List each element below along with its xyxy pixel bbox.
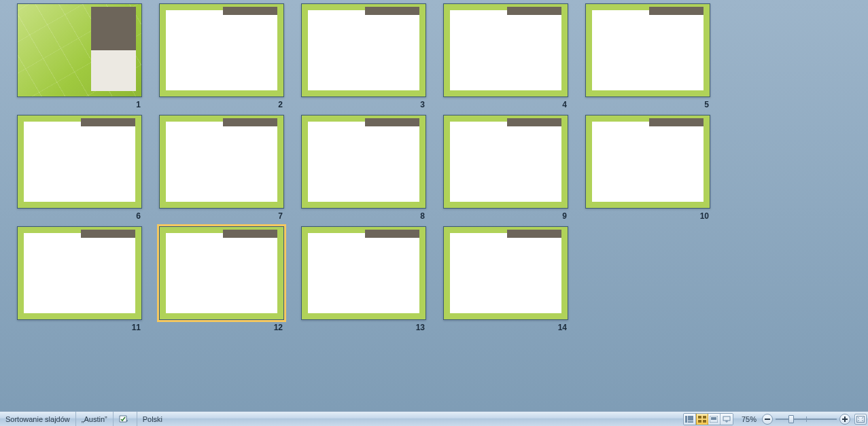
view-normal-button[interactable] bbox=[684, 414, 696, 425]
view-switcher bbox=[683, 413, 733, 425]
slide-cell: 3 bbox=[301, 3, 442, 109]
slide-number-label: 10 bbox=[602, 209, 727, 221]
svg-rect-0 bbox=[685, 416, 687, 423]
slide-title-placeholder bbox=[507, 230, 561, 238]
slide-title-placeholder bbox=[223, 230, 277, 238]
slide-title-placeholder bbox=[365, 7, 419, 15]
svg-rect-1 bbox=[688, 416, 693, 421]
zoom-slider-center-tick bbox=[806, 416, 807, 422]
slide-content-area bbox=[592, 122, 704, 202]
zoom-fit-button[interactable] bbox=[854, 414, 867, 425]
status-view-mode[interactable]: Sortowanie slajdów bbox=[0, 412, 76, 426]
slide-title-placeholder bbox=[365, 118, 419, 126]
title-slide-dark-panel bbox=[91, 7, 136, 50]
slide-cell: 12 bbox=[159, 226, 300, 332]
zoom-in-button[interactable] bbox=[839, 414, 850, 425]
zoom-percentage-label[interactable]: 75% bbox=[737, 415, 761, 423]
slide-cell: 13 bbox=[301, 226, 442, 332]
slide-number-label: 6 bbox=[33, 209, 158, 221]
slide-cell: 2 bbox=[159, 3, 300, 109]
slide-content-area bbox=[24, 122, 135, 202]
zoom-out-button[interactable] bbox=[762, 414, 773, 425]
slide-thumbnail[interactable] bbox=[159, 3, 284, 97]
slide-title-placeholder bbox=[649, 118, 704, 126]
slide-cell: 14 bbox=[443, 226, 585, 332]
slide-cell: 10 bbox=[585, 115, 727, 221]
slide-content-area bbox=[450, 10, 561, 90]
svg-rect-2 bbox=[688, 421, 693, 423]
status-language[interactable]: Polski bbox=[137, 412, 168, 426]
slide-thumbnail[interactable] bbox=[443, 226, 568, 320]
slide-cell: 7 bbox=[159, 115, 300, 221]
slide-thumbnail[interactable] bbox=[17, 226, 142, 320]
slide-number-label: 9 bbox=[459, 209, 585, 221]
status-theme-label: „Austin” bbox=[82, 415, 107, 423]
status-view-mode-label: Sortowanie slajdów bbox=[5, 415, 70, 423]
view-sorter-icon bbox=[698, 416, 706, 423]
slide-thumbnail[interactable] bbox=[159, 226, 284, 320]
slide-thumbnail[interactable] bbox=[585, 3, 710, 97]
svg-rect-3 bbox=[698, 416, 701, 419]
slide-number-label: 3 bbox=[317, 97, 442, 109]
slide-cell: 8 bbox=[301, 115, 442, 221]
slide-thumbnail[interactable] bbox=[443, 115, 568, 209]
view-reading-icon bbox=[710, 416, 718, 423]
title-slide-light-panel bbox=[91, 50, 136, 91]
svg-rect-6 bbox=[703, 420, 706, 423]
view-slide-sorter-button[interactable] bbox=[696, 413, 708, 425]
svg-rect-10 bbox=[765, 419, 770, 420]
plus-icon bbox=[842, 416, 848, 422]
slide-title-placeholder bbox=[507, 118, 561, 126]
status-language-label: Polski bbox=[143, 415, 162, 423]
zoom-slider-handle[interactable] bbox=[788, 415, 794, 423]
slide-content-area bbox=[450, 233, 561, 313]
slide-number-label: 1 bbox=[33, 97, 158, 109]
slide-thumbnail[interactable] bbox=[585, 115, 710, 209]
slide-thumbnail[interactable] bbox=[17, 3, 142, 97]
slide-thumbnail[interactable] bbox=[301, 3, 426, 97]
slide-content-area bbox=[308, 10, 419, 90]
slide-thumbnail[interactable] bbox=[17, 115, 142, 209]
zoom-slider[interactable] bbox=[776, 414, 837, 425]
status-right-group: 75% bbox=[683, 412, 868, 426]
slide-number-label: 5 bbox=[602, 97, 727, 109]
slide-cell: 5 bbox=[585, 3, 727, 109]
slide-title-placeholder bbox=[365, 230, 419, 238]
slide-content-area bbox=[166, 233, 277, 313]
slide-thumbnail[interactable] bbox=[301, 226, 426, 320]
slide-cell: 4 bbox=[443, 3, 585, 109]
svg-rect-8 bbox=[711, 417, 716, 420]
slide-number-label: 11 bbox=[33, 320, 158, 332]
slide-content-area bbox=[166, 122, 277, 202]
slide-number-label: 13 bbox=[317, 320, 442, 332]
svg-rect-12 bbox=[844, 416, 846, 422]
slide-title-placeholder bbox=[81, 230, 135, 238]
slide-grid: 1234567891011121314 bbox=[17, 3, 858, 338]
slide-cell: 6 bbox=[17, 115, 158, 221]
minus-icon bbox=[765, 416, 770, 422]
slide-sorter-pane[interactable]: 1234567891011121314 bbox=[0, 0, 868, 411]
slide-title-placeholder bbox=[81, 118, 135, 126]
slide-content-area bbox=[308, 122, 419, 202]
slide-thumbnail[interactable] bbox=[159, 115, 284, 209]
slide-number-label: 8 bbox=[317, 209, 442, 221]
slide-title-placeholder bbox=[649, 7, 704, 15]
slide-number-label: 12 bbox=[175, 320, 300, 332]
slide-number-label: 2 bbox=[175, 97, 300, 109]
slide-number-label: 14 bbox=[459, 320, 585, 332]
slide-number-label: 7 bbox=[175, 209, 300, 221]
view-reading-button[interactable] bbox=[708, 414, 721, 425]
slide-thumbnail[interactable] bbox=[443, 3, 568, 97]
slide-title-placeholder bbox=[223, 7, 277, 15]
view-slideshow-button[interactable] bbox=[721, 414, 733, 425]
status-spellcheck[interactable] bbox=[114, 412, 137, 426]
fit-to-window-icon bbox=[856, 416, 865, 423]
slide-cell: 11 bbox=[17, 226, 158, 332]
slide-content-area bbox=[592, 10, 704, 90]
slide-thumbnail[interactable] bbox=[301, 115, 426, 209]
slide-content-area bbox=[166, 10, 277, 90]
slide-content-area bbox=[24, 233, 135, 313]
slide-content-area bbox=[450, 122, 561, 202]
status-theme[interactable]: „Austin” bbox=[76, 412, 114, 426]
view-slideshow-icon bbox=[723, 416, 731, 423]
